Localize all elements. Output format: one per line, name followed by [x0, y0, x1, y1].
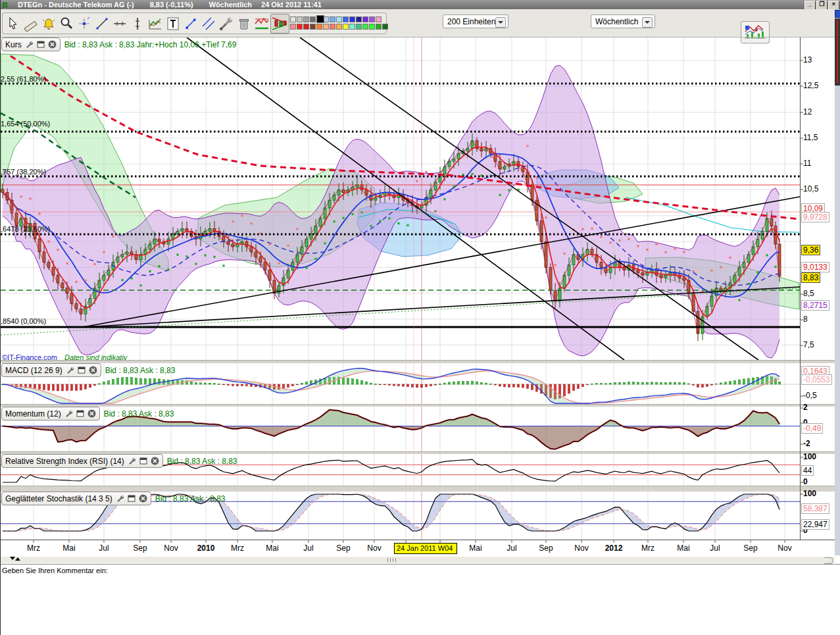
price-panel-header: Kurs Bid : 8,83 Ask : 8,83 Jahr:+Hoch 10…: [1, 38, 236, 51]
fib-level-label: 2,55 (61,80%): [1, 75, 46, 83]
x-axis-label: 2012: [605, 544, 623, 553]
stoch-panel-header-box[interactable]: Geglätteter Stochastik (14 3 5): [1, 492, 151, 505]
x-axis-label: Mai: [266, 544, 278, 553]
price-panel-title: Kurs: [5, 40, 22, 49]
window-icon[interactable]: [76, 410, 84, 417]
price-panel-header-box[interactable]: Kurs: [1, 38, 61, 51]
stoch-panel-title: Geglätteter Stochastik (14 3 5): [5, 494, 112, 503]
macd-panel-header: MACD (12 26 9) Bid : 8,83 Ask : 8,83: [1, 363, 175, 377]
macd-panel-title: MACD (12 26 9): [5, 366, 62, 375]
x-axis-label: Sep: [133, 544, 147, 553]
wrench-icon[interactable]: [128, 457, 136, 465]
close-icon[interactable]: [89, 366, 97, 374]
axis-value-label: 9,9728: [801, 212, 829, 222]
stoch-panel-header: Geglätteter Stochastik (14 3 5) Bid : 8,…: [1, 492, 225, 505]
rsi-panel-header: Relative Strength Index (RSI) (14) Bid :…: [1, 454, 237, 468]
wrench-icon[interactable]: [66, 367, 74, 374]
axis-tick-label: 8,5: [803, 289, 814, 298]
axis-tick-label: 100: [803, 489, 816, 498]
x-axis-label: 2010: [197, 544, 215, 553]
application-window: DTEGn - Deutsche Telekom AG (-) 8,83 (-0…: [0, 0, 840, 635]
x-axis-label: Mrz: [231, 544, 244, 553]
wrench-icon[interactable]: [116, 495, 124, 503]
fib-level-label: ,757 (38,20%): [1, 168, 46, 176]
axis-tick-label: 13: [803, 55, 812, 64]
fib-level-label: ,6478 (23,60%): [1, 225, 50, 233]
axis-value-label: -0,0553: [801, 374, 832, 385]
x-axis-label: Nov: [574, 544, 588, 553]
axis-tick-label: 0: [803, 477, 808, 486]
fib-level-label: ,8540 (0,00%): [1, 317, 46, 325]
wrench-icon[interactable]: [25, 41, 34, 49]
axis-tick-label: 10,5: [803, 184, 818, 193]
window-icon[interactable]: [37, 41, 45, 48]
fib-level-label: 1,654 (50,00%): [1, 120, 50, 128]
x-axis-label: Mrz: [27, 544, 40, 553]
window-icon[interactable]: [78, 367, 86, 374]
price-bid-ask-info: Bid : 8,83 Ask : 8,83 Jahr:+Hoch 10,06 +…: [64, 40, 237, 49]
x-axis-label: Nov: [164, 544, 178, 553]
x-axis-label: Mai: [62, 544, 75, 553]
axis-value-label: -0,49: [801, 423, 823, 434]
watermark: ©IT-Finance.com Daten sind indikativ: [2, 353, 127, 361]
close-icon[interactable]: [139, 494, 147, 503]
axis-value-label: 8,83: [801, 272, 820, 283]
axis-tick-label: 12: [803, 107, 812, 116]
axis-tick-label: -0,5: [803, 391, 817, 400]
axis-tick-label: -2: [803, 439, 810, 448]
momentum-bid-ask-info: Bid : 8,83 Ask : 8,83: [104, 409, 174, 419]
palette-color-swatch[interactable]: [316, 15, 324, 23]
x-axis-label: Jul: [303, 544, 313, 553]
window-icon[interactable]: [128, 495, 136, 502]
axis-value-label: 22,947: [801, 519, 829, 530]
momentum-panel-header: Momentum (12) Bid : 8,83 Ask : 8,83: [1, 407, 174, 420]
x-axis-label: Nov: [778, 544, 791, 553]
momentum-panel-header-box[interactable]: Momentum (12): [1, 407, 100, 420]
comment-prompt[interactable]: Geben Sie Ihren Kommentar ein:: [2, 567, 108, 574]
x-axis-label: Mrz: [641, 544, 655, 553]
axis-tick-label: 11,5: [803, 133, 818, 142]
axis-value-label: 9,36: [801, 245, 820, 255]
watermark-brand: ©IT-Finance.com: [2, 353, 57, 361]
chart-canvas[interactable]: [1, 0, 840, 635]
axis-value-label: 8,2715: [801, 300, 829, 311]
axis-tick-label: 2: [803, 403, 808, 412]
macd-panel-header-box[interactable]: MACD (12 26 9): [1, 363, 101, 377]
x-axis-label: Sep: [743, 544, 757, 553]
rsi-panel-title: Relative Strength Index (RSI) (14): [5, 457, 124, 466]
x-axis-label: Mai: [469, 544, 482, 553]
axis-tick-label: 7,5: [803, 340, 814, 349]
x-axis-label: Sep: [336, 544, 350, 553]
axis-value-label: 58,387: [801, 503, 829, 514]
macd-bid-ask-info: Bid : 8,83 Ask : 8,83: [105, 366, 176, 375]
axis-value-label: 44: [801, 465, 814, 476]
x-axis-label: Jul: [710, 544, 720, 553]
x-axis-label: Nov: [367, 544, 381, 553]
window-icon[interactable]: [139, 457, 147, 465]
momentum-panel-title: Momentum (12): [5, 409, 61, 419]
watermark-note: Daten sind indikativ: [64, 353, 127, 361]
wrench-icon[interactable]: [64, 410, 73, 418]
x-axis-label: Mai: [677, 544, 689, 553]
close-icon[interactable]: [87, 409, 96, 418]
stoch-bid-ask-info: Bid : 8,83 Ask : 8,83: [155, 494, 226, 503]
axis-tick-label: 8: [803, 315, 808, 324]
x-axis-label: Jul: [99, 544, 109, 553]
axis-tick-label: 12,5: [803, 81, 818, 90]
close-icon[interactable]: [151, 457, 159, 465]
axis-value-label: 9,0133: [801, 262, 829, 272]
x-axis-label: Jul: [506, 544, 516, 553]
rsi-bid-ask-info: Bid : 8,83 Ask : 8,83: [167, 457, 237, 466]
x-axis-label: Sep: [539, 544, 553, 553]
selected-date-label[interactable]: 24 Jan 2011 W04: [394, 543, 457, 554]
axis-tick-label: 100: [803, 452, 816, 461]
axis-tick-label: 11: [803, 159, 811, 168]
close-icon[interactable]: [48, 40, 57, 49]
rsi-panel-header-box[interactable]: Relative Strength Index (RSI) (14): [1, 454, 163, 468]
